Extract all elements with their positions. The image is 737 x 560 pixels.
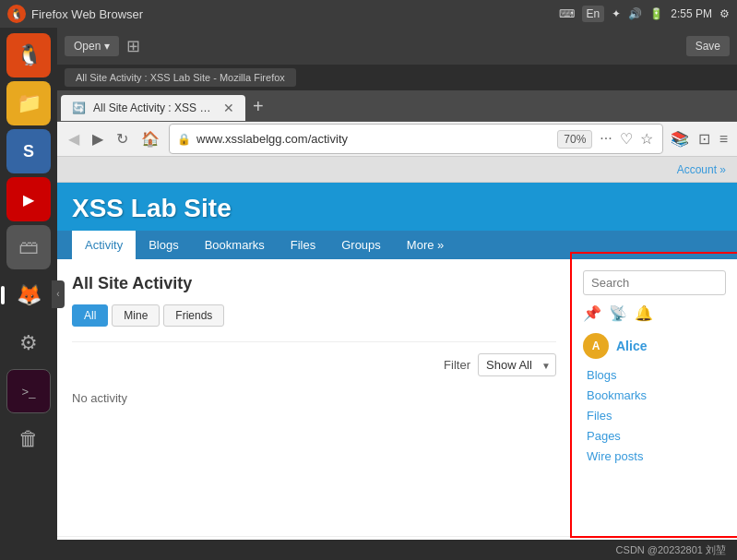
nav-bookmarks[interactable]: Bookmarks (192, 231, 278, 259)
list-item: Bookmarks (587, 387, 726, 403)
settings-icon[interactable]: ⚙ (719, 7, 730, 20)
dock-files[interactable]: 📁 (6, 81, 51, 125)
avatar-letter: A (592, 340, 600, 352)
clock: 2:55 PM (671, 7, 712, 20)
page-content: All Site Activity All Mine Friends Filte… (57, 259, 737, 536)
reader-view-icon[interactable]: ⊡ (696, 128, 712, 149)
filter-select[interactable]: Show All (478, 353, 556, 376)
reload-button[interactable]: ↻ (113, 126, 132, 151)
filter-label: Filter (444, 358, 470, 372)
tab-all[interactable]: All (72, 304, 108, 327)
nav-groups[interactable]: Groups (328, 231, 394, 259)
forward-button[interactable]: ▶ (89, 126, 107, 151)
account-bar: Account » (57, 157, 737, 183)
reading-list-icon[interactable]: 📚 (669, 128, 691, 149)
pin-icon[interactable]: 📌 (583, 304, 601, 322)
os-titlebar-left: 🐧 Firefox Web Browser (7, 5, 143, 23)
address-bar[interactable]: 🔒 www.xsslabelgg.com/activity 70% ··· ♡ … (169, 124, 663, 154)
dock: 🐧 📁 S ▶ 🗃 🦊 ⚙ >_ 🗑 ‹ (0, 28, 57, 560)
wire-posts-link[interactable]: Wire posts (587, 449, 643, 463)
tab-bar: 🔄 All Site Activity : XSS Lab ✕ + (57, 90, 737, 122)
list-item: Pages (587, 427, 726, 444)
open-button[interactable]: Open ▾ (65, 36, 119, 56)
filter-select-wrapper: Show All (478, 353, 556, 376)
nav-more[interactable]: More » (394, 231, 457, 259)
os-titlebar: 🐧 Firefox Web Browser ⌨ En ✦ 🔊 🔋 2:55 PM… (0, 0, 737, 28)
dock-trash[interactable]: 🗑 (6, 417, 51, 461)
list-item: Files (587, 407, 726, 423)
more-options-icon[interactable]: ··· (598, 128, 613, 149)
nav-blogs[interactable]: Blogs (136, 231, 192, 259)
bookmarks-link[interactable]: Bookmarks (587, 388, 647, 402)
home-button[interactable]: 🏠 (137, 126, 163, 151)
website: XSS Lab Site Activity Blogs Bookmarks Fi… (57, 183, 737, 560)
battery-icon: 🔋 (649, 7, 663, 20)
ubuntu-icon: 🐧 (7, 5, 26, 23)
tab-title: All Site Activity : XSS Lab (93, 101, 216, 114)
dock-collapse[interactable]: ‹ (52, 280, 65, 308)
volume-icon: 🔊 (628, 7, 642, 20)
open-label: Open (74, 40, 101, 53)
site-title: XSS Lab Site (72, 194, 722, 223)
minimized-window-bar[interactable]: All Site Activity : XSS Lab Site - Mozil… (65, 68, 296, 87)
dock-settings[interactable]: ⚙ (6, 321, 51, 365)
bell-icon[interactable]: 🔔 (635, 304, 653, 322)
account-link[interactable]: Account » (677, 163, 726, 176)
main-content: All Site Activity All Mine Friends Filte… (57, 259, 571, 536)
page-title: All Site Activity (72, 274, 556, 293)
blogs-link[interactable]: Blogs (587, 368, 617, 382)
pages-link[interactable]: Pages (587, 429, 621, 443)
dock-cabinet[interactable]: 🗃 (6, 225, 51, 269)
lock-icon: 🔒 (177, 133, 191, 146)
sidebar-icons: 📌 📡 🔔 (583, 304, 726, 322)
nav-icons: ··· ♡ ☆ (598, 128, 654, 149)
sidebar: 📌 📡 🔔 A Alice Blogs Bookmarks Files Page… (571, 259, 737, 536)
site-header: XSS Lab Site (57, 183, 737, 231)
save-label: Save (695, 40, 720, 53)
back-button[interactable]: ◀ (65, 126, 83, 151)
dock-writer[interactable]: S (6, 129, 51, 173)
tab-close-button[interactable]: ✕ (223, 101, 234, 115)
nav-activity[interactable]: Activity (72, 231, 136, 259)
dock-ubuntu[interactable]: 🐧 (6, 33, 51, 77)
tab-friends[interactable]: Friends (163, 304, 224, 327)
site-favicon: 🔄 (72, 101, 86, 114)
bookmark-icon[interactable]: ⊞ (126, 36, 140, 56)
url-text: www.xsslabelgg.com/activity (196, 132, 552, 146)
list-item: Wire posts (587, 447, 726, 464)
nav-bar: ◀ ▶ ↻ 🏠 🔒 www.xsslabelgg.com/activity 70… (57, 122, 737, 157)
dock-terminal[interactable]: >_ (6, 369, 51, 413)
tab-mine[interactable]: Mine (112, 304, 160, 327)
os-titlebar-right: ⌨ En ✦ 🔊 🔋 2:55 PM ⚙ (559, 6, 730, 22)
nav-files[interactable]: Files (278, 231, 328, 259)
os-title: Firefox Web Browser (31, 7, 143, 21)
status-bar: CSDN @20232801 刘堃 (57, 540, 737, 560)
menu-icon[interactable]: ≡ (718, 129, 730, 149)
site-nav: Activity Blogs Bookmarks Files Groups Mo… (57, 231, 737, 259)
new-tab-button[interactable]: + (245, 92, 271, 121)
dock-app[interactable]: ▶ (6, 177, 51, 221)
active-tab[interactable]: 🔄 All Site Activity : XSS Lab ✕ (61, 95, 245, 121)
zoom-level[interactable]: 70% (557, 130, 592, 149)
user-avatar: A (583, 333, 609, 359)
dock-firefox[interactable]: 🦊 (6, 273, 51, 317)
search-input[interactable] (583, 270, 726, 295)
language-indicator[interactable]: En (582, 6, 605, 22)
open-dropdown-icon: ▾ (104, 40, 110, 53)
bookmark-star-icon[interactable]: ♡ (618, 128, 635, 149)
save-button[interactable]: Save (686, 36, 730, 56)
divider (72, 341, 556, 342)
watermark: CSDN @20232801 刘堃 (616, 543, 726, 557)
files-link[interactable]: Files (587, 409, 612, 423)
list-item: Blogs (587, 366, 726, 383)
bookmark-filled-icon[interactable]: ☆ (638, 128, 655, 149)
sidebar-user: A Alice (583, 333, 726, 359)
ff-toolbar: Open ▾ ⊞ Save (57, 28, 737, 65)
username-link[interactable]: Alice (616, 339, 647, 353)
bluetooth-icon: ✦ (612, 7, 621, 20)
no-activity-text: No activity (72, 391, 556, 405)
filter-tabs: All Mine Friends (72, 304, 556, 327)
window-title: All Site Activity : XSS Lab Site - Mozil… (76, 72, 285, 83)
rss-icon[interactable]: 📡 (609, 304, 627, 322)
keyboard-icon: ⌨ (559, 7, 575, 20)
